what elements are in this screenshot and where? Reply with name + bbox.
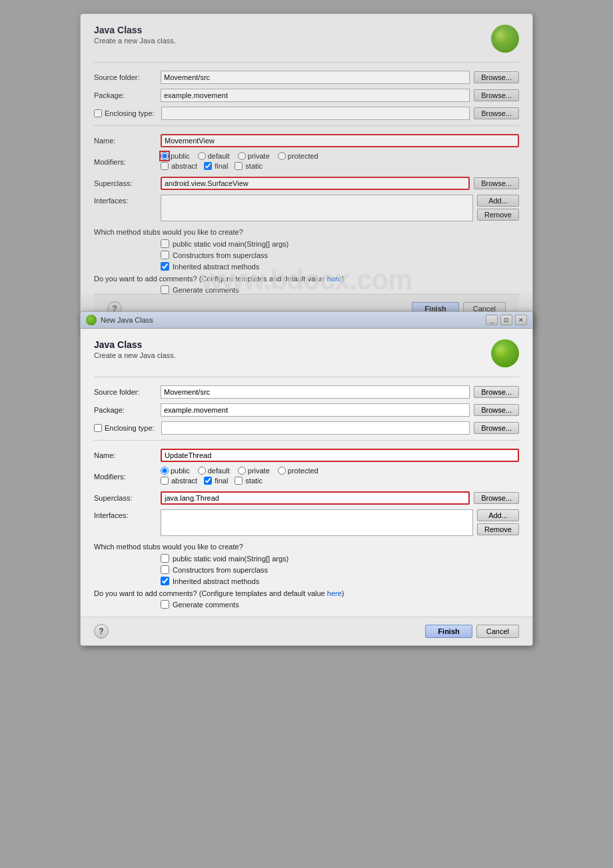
comments-link-main[interactable]: here <box>327 589 342 597</box>
name-row-top: Name: <box>94 134 519 147</box>
modifiers-label-top: Modifiers: <box>94 158 161 166</box>
modifier-protected-label-main[interactable]: protected <box>278 467 318 475</box>
interfaces-row-main: Interfaces: Add... Remove <box>94 509 519 536</box>
enclosing-checkbox-label-top: Enclosing type: <box>94 109 155 117</box>
modifier-default-radio-main[interactable] <box>198 467 206 475</box>
minimize-btn[interactable]: _ <box>486 315 498 325</box>
modifier-public-radio-main[interactable] <box>161 467 169 475</box>
enclosing-checkbox-main[interactable] <box>94 424 102 432</box>
stubs-title-main: Which method stubs would you like to cre… <box>94 543 519 551</box>
stub-constructors-checkbox-top[interactable] <box>161 251 169 259</box>
close-btn[interactable]: ✕ <box>515 315 527 325</box>
package-row-main: Package: Browse... <box>94 403 519 417</box>
stub-inherited-checkbox-main[interactable] <box>161 577 169 585</box>
cancel-btn-main[interactable]: Cancel <box>476 625 519 638</box>
titlebar: New Java Class _ ⊡ ✕ <box>81 312 532 329</box>
source-folder-row-top: Source folder: Browse... <box>94 71 519 84</box>
package-browse-main[interactable]: Browse... <box>474 404 519 416</box>
stub-constructors-label-main: Constructors from superclass <box>173 566 268 574</box>
superclass-browse-top[interactable]: Browse... <box>474 177 519 189</box>
name-input-main[interactable] <box>161 449 519 462</box>
modifier-public-label-main[interactable]: public <box>161 467 190 475</box>
abstract-label-top[interactable]: abstract <box>161 162 197 170</box>
add-interface-btn-main[interactable]: Add... <box>477 509 519 521</box>
stub-constructors-label-top: Constructors from superclass <box>173 251 268 259</box>
modifier-private-radio-main[interactable] <box>238 467 246 475</box>
modifier-protected-radio-top[interactable] <box>278 152 286 160</box>
enclosing-browse-main[interactable]: Browse... <box>474 422 519 434</box>
enclosing-input-top[interactable] <box>161 107 470 120</box>
abstract-checkbox-top[interactable] <box>161 162 169 170</box>
modifier-default-label-main[interactable]: default <box>198 467 230 475</box>
modifier-default-radio-top[interactable] <box>198 152 206 160</box>
enclosing-browse-top[interactable]: Browse... <box>474 107 519 119</box>
package-browse-top[interactable]: Browse... <box>474 89 519 101</box>
source-folder-input-main[interactable] <box>161 385 470 399</box>
source-folder-label-main: Source folder: <box>94 388 161 396</box>
static-label-main[interactable]: static <box>235 477 263 485</box>
static-label-top[interactable]: static <box>235 162 263 170</box>
stub-main-checkbox-main[interactable] <box>161 554 169 563</box>
static-checkbox-main[interactable] <box>235 477 243 485</box>
modifier-private-label-top[interactable]: private <box>238 152 270 160</box>
abstract-checkbox-main[interactable] <box>161 477 169 485</box>
stub-constructors-checkbox-main[interactable] <box>161 565 169 574</box>
generate-comments-checkbox-main[interactable] <box>161 600 169 609</box>
enclosing-checkbox-top[interactable] <box>94 109 102 117</box>
superclass-input-top[interactable] <box>161 177 470 190</box>
modifiers-label-main: Modifiers: <box>94 473 161 481</box>
comments-section-main: Do you want to add comments? (Configure … <box>94 589 519 597</box>
separator2-top <box>94 125 519 126</box>
stub-main-checkbox-top[interactable] <box>161 239 169 248</box>
superclass-browse-main[interactable]: Browse... <box>474 492 519 504</box>
source-folder-browse-main[interactable]: Browse... <box>474 386 519 398</box>
modifier-private-label-main[interactable]: private <box>238 467 270 475</box>
interfaces-row-top: Interfaces: Add... Remove <box>94 195 519 221</box>
name-input-top[interactable] <box>161 134 519 147</box>
finish-btn-main[interactable]: Finish <box>425 625 472 638</box>
stub-inherited-option-main: Inherited abstract methods <box>161 577 519 585</box>
package-input-main[interactable] <box>161 403 470 417</box>
eclipse-logo-top <box>491 25 519 53</box>
separator-top <box>94 62 519 63</box>
modifiers-row-main: Modifiers: public default pr <box>94 467 519 487</box>
source-folder-browse-top[interactable]: Browse... <box>474 71 519 83</box>
interfaces-label-top: Interfaces: <box>94 195 161 205</box>
dialog-content-main: Java Class Create a new Java class. Sour… <box>81 329 532 617</box>
modifier-protected-label-top[interactable]: protected <box>278 152 318 160</box>
source-folder-input-top[interactable] <box>161 71 470 84</box>
modifiers-row-top: Modifiers: public default private <box>94 152 519 172</box>
stubs-title-top: Which method stubs would you like to cre… <box>94 228 519 236</box>
generate-comments-label-top: Generate comments <box>173 286 239 294</box>
remove-interface-btn-main[interactable]: Remove <box>477 523 519 535</box>
package-input-top[interactable] <box>161 89 470 102</box>
enclosing-input-main[interactable] <box>161 421 470 435</box>
generate-comments-label-main: Generate comments <box>173 601 239 609</box>
stub-inherited-label-top: Inherited abstract methods <box>173 263 259 271</box>
name-label-top: Name: <box>94 137 161 145</box>
titlebar-text: New Java Class <box>101 316 153 324</box>
comments-link-top[interactable]: here <box>327 275 342 283</box>
modifier-public-label-top[interactable]: public <box>161 152 190 160</box>
modifier-default-label-top[interactable]: default <box>198 152 230 160</box>
superclass-row-top: Superclass: Browse... <box>94 177 519 190</box>
superclass-input-main[interactable] <box>161 491 470 505</box>
add-interface-btn-top[interactable]: Add... <box>477 195 519 207</box>
modifier-protected-radio-main[interactable] <box>278 467 286 475</box>
final-label-main[interactable]: final <box>204 477 228 485</box>
static-checkbox-top[interactable] <box>235 162 243 170</box>
final-checkbox-top[interactable] <box>204 162 212 170</box>
modifier-public-radio-top[interactable] <box>161 152 169 160</box>
enclosing-label-main: Enclosing type: <box>105 424 155 432</box>
stub-inherited-checkbox-top[interactable] <box>161 262 169 271</box>
generate-comments-row-main: Generate comments <box>161 600 519 609</box>
help-btn-main[interactable]: ? <box>94 624 109 639</box>
remove-interface-btn-top[interactable]: Remove <box>477 209 519 221</box>
abstract-label-main[interactable]: abstract <box>161 477 197 485</box>
comments-question-main: Do you want to add comments? (Configure … <box>94 589 325 597</box>
generate-comments-checkbox-top[interactable] <box>161 285 169 294</box>
modifier-private-radio-top[interactable] <box>238 152 246 160</box>
final-checkbox-main[interactable] <box>204 477 212 485</box>
final-label-top[interactable]: final <box>204 162 228 170</box>
restore-btn[interactable]: ⊡ <box>500 315 512 325</box>
